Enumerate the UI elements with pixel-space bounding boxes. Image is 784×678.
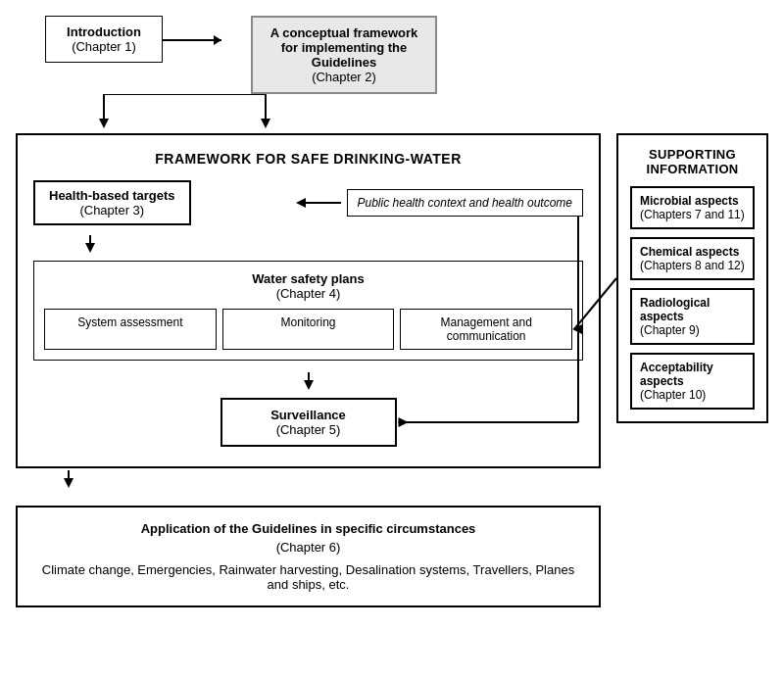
- hbt-box: Health-based targets (Chapter 3): [33, 180, 191, 225]
- wsp-item-management: Management and communication: [400, 309, 572, 350]
- intro-box: Introduction (Chapter 1): [45, 16, 163, 63]
- hbt-arrow-svg: [292, 193, 341, 213]
- application-title: Application of the Guidelines in specifi…: [33, 521, 583, 536]
- svg-marker-10: [85, 243, 95, 253]
- framework-box: FRAMEWORK FOR SAFE DRINKING-WATER Health…: [16, 133, 601, 468]
- diagram-container: Introduction (Chapter 1) A conceptual fr…: [16, 16, 768, 607]
- hbt-chapter: (Chapter 3): [79, 203, 144, 218]
- wsp-inner-row: System assessment Monitoring Management …: [44, 309, 572, 350]
- public-health-box: Public health context and health outcome: [347, 189, 583, 217]
- conceptual-label: A conceptual framework for implementing …: [270, 25, 418, 70]
- wsp-label: Water safety plans: [252, 271, 364, 286]
- hbt-to-wsp-arrow: [80, 235, 100, 255]
- wsp-chapter: (Chapter 4): [276, 286, 341, 301]
- support-chemical: Chemical aspects (Chapters 8 and 12): [630, 237, 755, 280]
- application-chapter: (Chapter 6): [33, 540, 583, 555]
- chemical-label: Chemical aspects: [640, 245, 739, 259]
- wsp-item-monitoring: Monitoring: [222, 309, 395, 350]
- supporting-box: SUPPORTING INFORMATION Microbial aspects…: [616, 133, 768, 423]
- intro-label: Introduction: [67, 24, 141, 39]
- conceptual-box: A conceptual framework for implementing …: [251, 16, 437, 94]
- wsp-title: Water safety plans (Chapter 4): [44, 271, 572, 301]
- chemical-chapter: (Chapters 8 and 12): [640, 259, 745, 272]
- acceptability-label: Acceptability aspects: [640, 361, 713, 388]
- wsp-item-system: System assessment: [44, 309, 217, 350]
- svg-marker-3: [99, 119, 109, 128]
- svg-marker-1: [214, 35, 221, 45]
- svg-marker-5: [261, 119, 270, 128]
- application-desc: Climate change, Emergencies, Rainwater h…: [33, 562, 583, 592]
- radiological-chapter: (Chapter 9): [640, 323, 700, 337]
- surveillance-box: Surveillance (Chapter 5): [220, 398, 397, 447]
- svg-marker-14: [64, 478, 74, 488]
- main-layout: FRAMEWORK FOR SAFE DRINKING-WATER Health…: [16, 133, 768, 468]
- conceptual-chapter: (Chapter 2): [312, 70, 376, 84]
- hbt-label: Health-based targets: [49, 188, 175, 203]
- supporting-title: SUPPORTING INFORMATION: [630, 147, 755, 176]
- surveillance-label: Surveillance: [270, 408, 346, 422]
- support-radiological: Radiological aspects (Chapter 9): [630, 288, 755, 345]
- framework-title: FRAMEWORK FOR SAFE DRINKING-WATER: [33, 151, 583, 167]
- wsp-to-surv-arrow: [299, 372, 318, 392]
- wsp-box: Water safety plans (Chapter 4) System as…: [33, 261, 583, 361]
- microbial-label: Microbial aspects: [640, 194, 739, 208]
- hbt-row: Health-based targets (Chapter 3) Public …: [33, 180, 583, 225]
- microbial-chapter: (Chapters 7 and 11): [640, 208, 745, 221]
- top-connector-svg: [163, 16, 221, 65]
- support-microbial: Microbial aspects (Chapters 7 and 11): [630, 186, 755, 229]
- surveillance-chapter: (Chapter 5): [276, 422, 341, 437]
- application-box: Application of the Guidelines in specifi…: [16, 506, 601, 607]
- radiological-label: Radiological aspects: [640, 296, 710, 323]
- svg-marker-8: [296, 198, 306, 208]
- svg-marker-12: [304, 380, 314, 390]
- public-health-label: Public health context and health outcome: [358, 196, 572, 210]
- acceptability-chapter: (Chapter 10): [640, 388, 706, 402]
- surv-to-app-arrow: [59, 470, 78, 490]
- intro-chapter: (Chapter 1): [72, 39, 136, 54]
- top-to-framework-svg: [45, 94, 751, 133]
- support-acceptability: Acceptability aspects (Chapter 10): [630, 353, 755, 410]
